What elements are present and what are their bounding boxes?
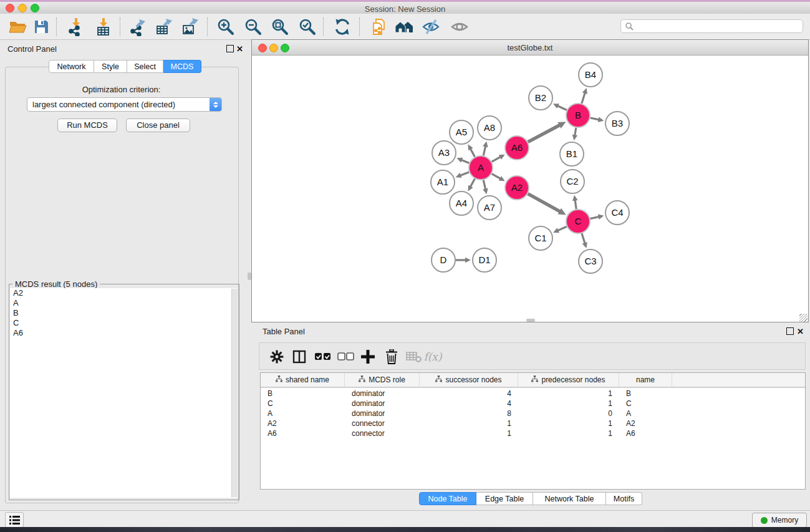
export-image-icon[interactable] — [180, 17, 201, 37]
graph-edge-A-A5[interactable] — [470, 148, 475, 157]
refresh-icon[interactable] — [332, 17, 353, 37]
table-cell[interactable]: A — [619, 409, 672, 418]
select-all-checkboxes-icon[interactable] — [313, 347, 333, 367]
zoom-fit-icon[interactable] — [269, 17, 291, 37]
table-cell[interactable]: 4 — [420, 389, 518, 399]
graph-edge-B-B1[interactable] — [575, 128, 576, 137]
column-header-successor-nodes[interactable]: successor nodes — [420, 373, 518, 387]
graph-edge-A2-C[interactable] — [528, 194, 561, 212]
graph-edge-B-B2[interactable] — [557, 105, 567, 110]
network-horizontal-scrollbar-thumb[interactable] — [526, 319, 535, 322]
duplicate-network-icon[interactable] — [369, 17, 390, 37]
table-cell[interactable]: A2 — [619, 418, 672, 428]
delete-column-trash-icon[interactable] — [382, 347, 402, 367]
table-cell[interactable]: A2 — [261, 418, 345, 428]
zoom-out-icon[interactable] — [243, 17, 264, 37]
delete-table-icon[interactable] — [404, 347, 424, 367]
run-mcds-button[interactable]: Run MCDS — [57, 118, 117, 132]
table-cell[interactable]: connector — [345, 428, 420, 438]
graph-edge-A-A8[interactable] — [483, 145, 486, 155]
control-panel-close-icon[interactable]: ✕ — [236, 44, 243, 54]
graph-edge-A-A6[interactable] — [492, 157, 501, 162]
graph-edge-B-B4[interactable] — [582, 92, 586, 104]
hide-eye-icon[interactable] — [420, 17, 441, 37]
table-cell[interactable]: 8 — [420, 409, 518, 418]
table-cell[interactable]: A — [261, 409, 345, 418]
add-column-icon[interactable] — [358, 347, 378, 367]
network-graph-canvas[interactable]: B4B2BB3A8A5A6A3B1AC2A1A2A4A7C4CC1DD1C3 — [252, 55, 808, 322]
mcds-result-item[interactable]: A6 — [10, 328, 237, 338]
zoom-in-icon[interactable] — [215, 17, 236, 37]
graph-edge-A-A3[interactable] — [461, 160, 470, 163]
tab-node-table[interactable]: Node Table — [419, 492, 476, 505]
tab-style[interactable]: Style — [94, 60, 127, 73]
control-panel-float-button[interactable] — [226, 45, 234, 54]
table-cell[interactable]: A6 — [619, 428, 672, 438]
table-cell[interactable]: 1 — [518, 389, 619, 399]
tab-mcds[interactable]: MCDS — [163, 60, 201, 73]
home-icon[interactable] — [393, 17, 415, 37]
table-cell[interactable]: 1 — [518, 428, 619, 438]
close-panel-button[interactable]: Close panel — [126, 118, 190, 132]
tab-edge-table[interactable]: Edge Table — [476, 492, 533, 505]
table-panel-float-button[interactable] — [786, 327, 794, 337]
column-header-predecessor-nodes[interactable]: predecessor nodes — [518, 373, 619, 387]
graph-edge-A6-B[interactable] — [528, 125, 561, 142]
table-cell[interactable]: dominator — [345, 409, 420, 418]
settings-gear-icon[interactable] — [267, 347, 287, 367]
deselect-all-checkboxes-icon[interactable] — [336, 347, 356, 367]
export-network-icon[interactable] — [127, 17, 148, 37]
table-cell[interactable]: B — [261, 389, 345, 399]
column-header-name[interactable]: name — [619, 373, 672, 387]
table-cell[interactable]: dominator — [345, 399, 420, 409]
table-cell[interactable]: B — [619, 389, 672, 399]
graph-edge-A-A7[interactable] — [483, 180, 486, 190]
search-input[interactable] — [634, 21, 792, 31]
mcds-result-item[interactable]: A — [10, 298, 237, 308]
mcds-result-item[interactable]: A2 — [10, 288, 237, 298]
graph-edge-C-C4[interactable] — [591, 216, 600, 218]
graph-edge-C-C2[interactable] — [575, 200, 576, 209]
export-table-icon[interactable] — [153, 17, 175, 37]
mcds-result-item[interactable]: C — [10, 318, 237, 328]
import-table-icon[interactable] — [93, 17, 114, 37]
graph-edge-A-A4[interactable] — [470, 179, 475, 188]
column-header-shared-name[interactable]: shared name — [261, 373, 345, 387]
table-cell[interactable]: connector — [345, 418, 420, 428]
network-window-titlebar[interactable]: testGlobe.txt — [252, 40, 808, 56]
table-cell[interactable]: 1 — [518, 418, 619, 428]
graph-edge-C-C3[interactable] — [582, 233, 585, 244]
tab-network-table[interactable]: Network Table — [533, 492, 606, 505]
function-builder-icon[interactable]: f(x) — [423, 347, 443, 367]
zoom-selected-icon[interactable] — [297, 17, 318, 37]
graph-edge-A-A1[interactable] — [460, 172, 469, 176]
tab-select[interactable]: Select — [127, 60, 163, 73]
tab-network[interactable]: Network — [49, 60, 94, 73]
mcds-result-item[interactable]: B — [10, 308, 237, 318]
show-eye-icon[interactable] — [449, 17, 470, 37]
criterion-dropdown[interactable]: largest connected component (directed) — [27, 97, 222, 112]
task-history-button[interactable] — [5, 512, 24, 528]
table-cell[interactable]: C — [619, 399, 672, 409]
graph-edge-A-A2[interactable] — [492, 174, 501, 179]
table-cell[interactable]: dominator — [345, 389, 420, 399]
table-cell[interactable]: 4 — [420, 399, 518, 409]
tab-motifs[interactable]: Motifs — [606, 492, 642, 505]
mcds-result-scrollbar[interactable] — [231, 289, 237, 497]
columns-icon[interactable] — [289, 347, 309, 367]
table-cell[interactable]: C — [261, 399, 345, 409]
import-network-icon[interactable] — [65, 17, 87, 37]
graph-edge-C-C1[interactable] — [557, 226, 566, 231]
network-vertical-scrollbar-thumb[interactable] — [248, 273, 251, 280]
table-cell[interactable]: 0 — [518, 409, 619, 418]
memory-button[interactable]: Memory — [752, 513, 807, 528]
column-header-MCDS-role[interactable]: MCDS role — [345, 373, 420, 387]
table-panel-close-icon[interactable]: ✕ — [797, 327, 804, 336]
table-cell[interactable]: 1 — [420, 428, 518, 438]
search-field[interactable] — [620, 19, 803, 33]
save-icon[interactable] — [31, 17, 52, 37]
table-cell[interactable]: 1 — [420, 418, 518, 428]
open-folder-icon[interactable] — [7, 17, 28, 37]
resize-grip[interactable] — [799, 314, 808, 322]
table-cell[interactable]: 1 — [518, 399, 619, 409]
